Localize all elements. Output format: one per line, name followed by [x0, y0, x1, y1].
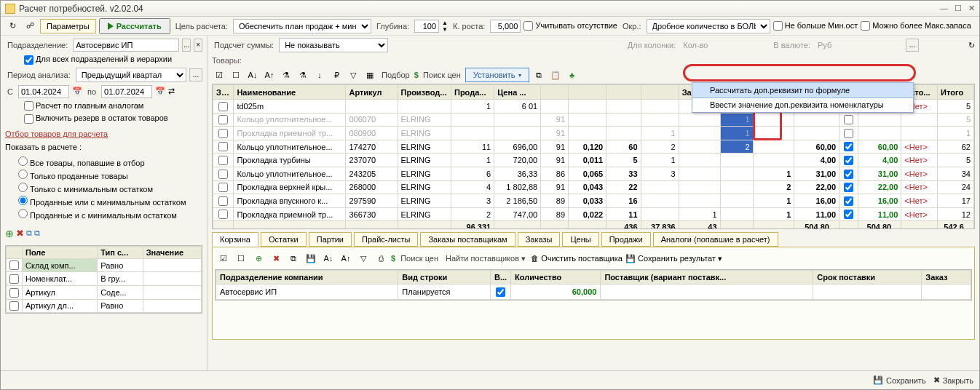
c-sort2-icon[interactable]: A↑ [339, 251, 353, 266]
del-filter-icon[interactable]: ✖ [16, 228, 24, 239]
tree-icon[interactable]: ♣ [565, 68, 580, 82]
save-button[interactable]: 💾 Сохранить [873, 375, 926, 385]
c-check-icon[interactable]: ☑ [216, 251, 231, 266]
sum-select[interactable]: Не показывать [279, 38, 388, 52]
table-row[interactable]: Прокладка приемной тр...080900ELRING9111… [213, 127, 974, 140]
radio-all[interactable]: Все товары, попавшие в отбор [18, 156, 202, 167]
uncheckall-icon[interactable]: ☐ [229, 68, 243, 82]
install-dropdown[interactable]: Установить▾ [465, 68, 529, 82]
cal-to-icon[interactable]: 📅 [155, 87, 165, 96]
sort-asc-icon[interactable]: A↓ [245, 68, 260, 82]
app-icon [5, 4, 15, 14]
depth-input[interactable] [414, 20, 439, 33]
copy2-filter-icon[interactable]: ⧉ [34, 228, 40, 238]
tab-ceny[interactable]: Цены [562, 232, 598, 247]
params-tab[interactable]: Параметры [40, 19, 96, 33]
c-uncheck-icon[interactable]: ☐ [234, 251, 248, 266]
titlebar: Расчет потребностей. v2.02.04 — ☐ ✕ [1, 1, 979, 17]
dept-pick-btn[interactable]: ... [182, 39, 191, 52]
menu-calc-formula[interactable]: Рассчитать доп.реквизит по формуле [692, 82, 914, 98]
goal-select[interactable]: Обеспечить план продаж + мин.о [233, 19, 371, 33]
dept-label: Подразделение: [7, 41, 68, 49]
menu-enter-value[interactable]: Ввести значение доп.реквизита номенклату… [692, 98, 913, 112]
col-input [681, 39, 768, 51]
checkall-icon[interactable]: ☑ [212, 68, 226, 82]
can-more-max-check[interactable]: Можно более Макс.запаса [861, 21, 971, 31]
no-more-min-check[interactable]: Не больше Мин.ост [773, 21, 858, 31]
cart-row[interactable]: Автосервис ИППланируется 60,000 [216, 284, 971, 300]
table-row[interactable]: Кольцо уплотнительное...243205ELRING636,… [213, 167, 974, 180]
table-row[interactable]: Кольцо уплотнительное...174270ELRING1169… [213, 140, 974, 154]
date-from[interactable] [18, 85, 69, 98]
tab-zakpost[interactable]: Заказы поставщикам [420, 232, 515, 247]
dept-clear-btn[interactable]: × [194, 39, 202, 52]
tab-prodazhi[interactable]: Продажи [601, 232, 651, 247]
incl-reserve-check[interactable]: Включить резерв в остаток товаров [24, 114, 202, 124]
c-poisk-btn[interactable]: Поиск цен [400, 254, 438, 263]
currency-icon[interactable]: ₽ [329, 68, 344, 82]
radio-sold-or-min[interactable]: Проданные или с минимальным остатком [18, 196, 202, 207]
add-filter-icon[interactable]: ⊕ [5, 228, 14, 239]
period-select[interactable]: Предыдущий квартал [76, 68, 186, 82]
table-row[interactable]: Прокладка впускного к...297590ELRING32 1… [213, 194, 974, 208]
filter2-icon[interactable]: ⚗ [296, 68, 310, 82]
okr-select[interactable]: Дробное количество в БОЛЬШУ [647, 19, 770, 33]
all-depts-check[interactable]: Для всех подразделений в иерархии [24, 55, 202, 65]
growth-input[interactable] [490, 20, 521, 33]
refresh-icon[interactable]: ↻ [5, 19, 20, 33]
spinner-icon[interactable]: ▲▼ [442, 20, 448, 33]
bottom-tabs: Корзина Остатки Партии Прайс-листы Заказ… [208, 229, 979, 247]
tab-ostatki[interactable]: Остатки [261, 232, 307, 247]
close-btn[interactable]: ✕ [968, 4, 975, 12]
calculate-button[interactable]: Рассчитать [99, 18, 170, 34]
radio-sold-and-min[interactable]: Проданные и с минимальным остатком [18, 209, 202, 220]
grid-icon[interactable]: ▦ [363, 68, 377, 82]
table-row[interactable]: Прокладка турбины237070ELRING1720,00910,… [213, 154, 974, 167]
filter-icon[interactable]: ⚗ [279, 68, 293, 82]
c-save-icon[interactable]: 💾 [304, 251, 318, 266]
goal-label: Цель расчета: [175, 22, 228, 31]
close-button[interactable]: ✖ Закрыть [933, 375, 973, 385]
minimize-btn[interactable]: — [940, 4, 948, 12]
tab-price[interactable]: Прайс-листы [354, 232, 418, 247]
table-row[interactable]: Прокладка верхней кры...268000ELRING41 8… [213, 180, 974, 194]
poisk-btn[interactable]: Поиск цен [423, 71, 461, 79]
c-add-icon[interactable]: ⊕ [251, 251, 266, 266]
tab-analogi[interactable]: Аналоги (попавшие в расчет) [653, 232, 778, 247]
tab-zakazy[interactable]: Заказы [518, 232, 561, 247]
play-icon [108, 23, 114, 30]
radio-sold[interactable]: Только проданные товары [18, 170, 202, 180]
radio-min[interactable]: Только с минимальным остатком [18, 183, 202, 194]
c-sort-icon[interactable]: A↓ [321, 251, 336, 266]
copy-filter-icon[interactable]: ⧉ [26, 228, 32, 238]
maximize-btn[interactable]: ☐ [955, 4, 962, 12]
date-to[interactable] [101, 85, 152, 98]
orgtree-icon[interactable]: ☍ [23, 19, 37, 33]
funnel-icon[interactable]: ▽ [346, 68, 360, 82]
curr-pick[interactable]: ... [906, 39, 919, 52]
consider-absence-check[interactable]: Учитывать отсутствие [523, 21, 617, 31]
dept-input[interactable] [73, 39, 179, 52]
arrow-down-icon[interactable]: ↓ [312, 68, 327, 82]
paste-icon[interactable]: 📋 [548, 68, 563, 82]
window-title: Расчет потребностей. v2.02.04 [19, 4, 936, 14]
c-save-btn[interactable]: 💾 Сохранить результат ▾ [625, 254, 722, 263]
sort-desc-icon[interactable]: A↑ [262, 68, 277, 82]
by-main-check[interactable]: Расчет по главным аналогам [24, 101, 202, 111]
cal-from-icon[interactable]: 📅 [72, 87, 82, 96]
c-copy-icon[interactable]: ⧉ [286, 251, 301, 266]
tab-korzina[interactable]: Корзина [212, 232, 258, 247]
c-find-btn[interactable]: Найти поставщиков ▾ [446, 254, 526, 263]
copy-icon[interactable]: ⧉ [532, 68, 546, 82]
c-print-icon[interactable]: ⎙ [374, 251, 388, 266]
podbor-btn[interactable]: Подбор [382, 71, 410, 79]
table-row[interactable]: Прокладка приемной тр...366730ELRING2747… [213, 207, 974, 221]
c-filter-icon[interactable]: ▽ [356, 251, 371, 266]
c-clear-btn[interactable]: 🗑 Очистить поставщика [531, 254, 623, 263]
c-del-icon[interactable]: ✖ [269, 251, 283, 266]
refresh2-icon[interactable]: ↻ [968, 41, 975, 50]
period-pick-btn[interactable]: ... [189, 68, 202, 81]
table-row[interactable]: Кольцо уплотнительное...006070ELRING9115 [213, 113, 974, 127]
tab-partii[interactable]: Партии [309, 232, 352, 247]
period-arrows-icon[interactable]: ⇄ [168, 87, 175, 96]
